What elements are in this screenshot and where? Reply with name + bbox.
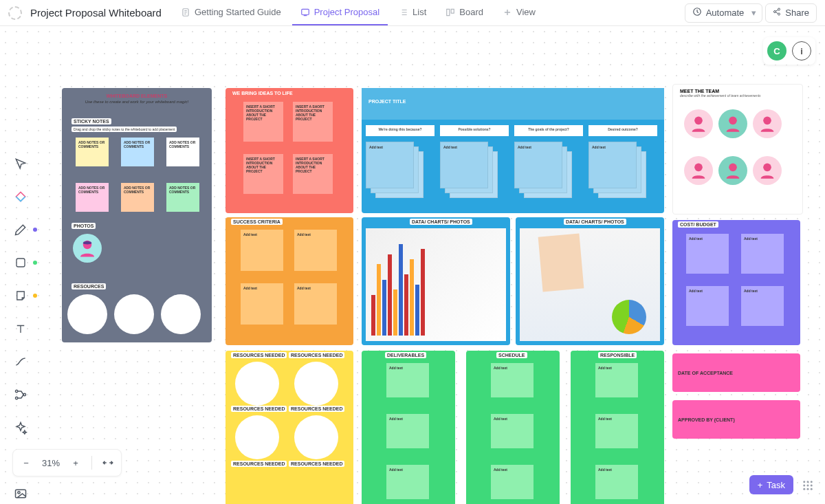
cost-note[interactable]: Add text	[686, 286, 729, 326]
zoom-in-button[interactable]: +	[69, 457, 82, 469]
cost-note[interactable]: Add text	[686, 234, 729, 274]
plus-icon: +	[758, 480, 763, 490]
share-label: Share	[785, 8, 809, 18]
del-note[interactable]: Add text	[386, 465, 429, 499]
user-avatar[interactable]: C	[767, 41, 786, 61]
svg-point-29	[729, 164, 737, 172]
team-avatar[interactable]	[684, 156, 713, 185]
data-panel-1[interactable]: DATA/ CHARTS/ PHOTOS	[362, 217, 510, 345]
sch-note[interactable]: Add text	[491, 414, 534, 448]
avatar-placeholder[interactable]	[73, 234, 102, 263]
chart-image[interactable]	[366, 228, 506, 341]
responsible-panel[interactable]: RESPONSIBLE Add text Add text Add text	[571, 351, 664, 504]
svg-rect-2	[447, 9, 450, 15]
image-tool[interactable]	[11, 484, 30, 503]
share-button[interactable]: Share	[765, 3, 817, 23]
ideas-note[interactable]: INSERT A SHORT INTRODUCTION ABOUT THE PR…	[293, 154, 333, 194]
svg-point-25	[694, 117, 703, 125]
svg-rect-8	[16, 259, 25, 267]
cost-panel[interactable]: COST/ BUDGET Add text Add text Add text …	[672, 220, 800, 345]
sticky-note[interactable]: ADD NOTES OR COMMENTS	[76, 138, 109, 166]
sticky-note[interactable]: ADD NOTES OR COMMENTS	[121, 138, 154, 166]
text-tool[interactable]	[11, 319, 30, 338]
info-icon[interactable]: i	[792, 41, 811, 61]
sticky-tool[interactable]	[11, 187, 30, 206]
team-panel[interactable]: MEET THE TEAM describe with the achievem…	[672, 84, 803, 215]
tab-project-proposal[interactable]: Project Proposal	[292, 1, 388, 25]
schedule-panel[interactable]: SCHEDULE Add text Add text Add text	[466, 351, 560, 504]
project-icon	[8, 6, 22, 20]
acceptance-panel[interactable]: DATE OF ACCEPTANCE	[672, 353, 800, 392]
ideas-note[interactable]: INSERT A SHORT INTRODUCTION ABOUT THE PR…	[293, 102, 333, 142]
pen-tool[interactable]	[11, 220, 30, 239]
share-icon	[773, 8, 781, 18]
resource-circle[interactable]	[67, 294, 107, 334]
team-avatar[interactable]	[753, 156, 782, 185]
ai-tool[interactable]	[11, 418, 30, 437]
automate-button[interactable]: Automate ▾	[685, 3, 763, 23]
data-panel-2[interactable]: DATA/ CHARTS/ PHOTOS	[516, 217, 664, 345]
resource-circle[interactable]	[294, 415, 338, 459]
team-avatar[interactable]	[718, 109, 747, 138]
chevron-down-icon: ▾	[748, 8, 759, 19]
success-note[interactable]: Add text	[294, 283, 337, 325]
resp-note[interactable]: Add text	[595, 465, 638, 499]
flow-tool[interactable]	[11, 385, 30, 404]
resource-circle[interactable]	[235, 415, 279, 459]
select-tool[interactable]	[11, 154, 30, 173]
cost-note[interactable]: Add text	[741, 286, 784, 326]
ideas-note[interactable]: INSERT A SHORT INTRODUCTION ABOUT THE PR…	[243, 154, 283, 194]
success-note[interactable]: Add text	[241, 283, 283, 325]
sticky-note[interactable]: ADD NOTES OR COMMENTS	[166, 183, 199, 212]
svg-point-26	[729, 117, 737, 125]
tab-board[interactable]: Board	[437, 1, 492, 25]
tab-getting-started[interactable]: Getting Started Guide	[173, 1, 289, 25]
resource-circle[interactable]	[294, 362, 338, 406]
success-note[interactable]: Add text	[241, 230, 283, 271]
task-button[interactable]: + Task	[749, 475, 793, 494]
team-avatar[interactable]	[684, 109, 713, 138]
elements-panel[interactable]: WHITEBOARD ELEMENTS Use these to create …	[62, 88, 212, 342]
shape-tool[interactable]	[11, 253, 30, 272]
del-note[interactable]: Add text	[386, 363, 429, 397]
svg-point-22	[807, 488, 809, 490]
sticky-note[interactable]: ADD NOTES OR COMMENTS	[121, 183, 154, 212]
ideas-panel[interactable]: WE BRING IDEAS TO LIFE INSERT A SHORT IN…	[226, 88, 353, 213]
deliverables-panel[interactable]: DELIVERABLES Add text Add text Add text	[362, 351, 455, 504]
zoom-control: − 31% +	[12, 449, 122, 476]
whiteboard-canvas[interactable]: C i − 31% + + Task	[0, 26, 825, 504]
svg-point-27	[763, 117, 771, 125]
q2: Possible solutions?	[440, 125, 509, 136]
resp-note[interactable]: Add text	[595, 414, 638, 448]
team-avatar[interactable]	[718, 156, 747, 185]
zoom-out-button[interactable]: −	[20, 457, 32, 469]
cost-note[interactable]: Add text	[741, 234, 784, 274]
sch-note[interactable]: Add text	[491, 465, 534, 499]
ideas-note[interactable]: INSERT A SHORT INTRODUCTION ABOUT THE PR…	[243, 102, 283, 142]
chart-image[interactable]	[520, 228, 660, 341]
resource-circle[interactable]	[161, 294, 201, 334]
tab-add-view[interactable]: View	[494, 1, 544, 25]
connector-tool[interactable]	[11, 352, 30, 371]
approved-panel[interactable]: APPROVED BY (CLIENT)	[672, 400, 800, 439]
project-title-bar: PROJECT TITLE	[362, 88, 664, 120]
apps-button[interactable]	[799, 476, 817, 494]
note-tool[interactable]	[11, 286, 30, 305]
resources-panel[interactable]: RESOURCES NEEDED RESOURCES NEEDED RESOUR…	[226, 351, 353, 504]
project-panel[interactable]: PROJECT TITLE We're doing this because? …	[362, 88, 664, 213]
resource-circle[interactable]	[114, 294, 154, 334]
tab-list[interactable]: List	[390, 1, 434, 25]
res-label: RESOURCES NEEDED	[289, 352, 344, 358]
del-note[interactable]: Add text	[386, 414, 429, 448]
success-panel[interactable]: SUCCESS CRITERIA Add text Add text Add t…	[226, 217, 353, 345]
sticky-note[interactable]: ADD NOTES OR COMMENTS	[76, 183, 109, 212]
tab-label: List	[412, 7, 426, 17]
fit-width-button[interactable]	[102, 457, 114, 469]
resource-circle[interactable]	[235, 362, 279, 406]
success-note[interactable]: Add text	[294, 230, 337, 271]
resp-note[interactable]: Add text	[595, 363, 638, 397]
data-title: DATA/ CHARTS/ PHOTOS	[410, 219, 472, 225]
sticky-note[interactable]: ADD NOTES OR COMMENTS	[166, 138, 199, 166]
sch-note[interactable]: Add text	[491, 363, 534, 397]
team-avatar[interactable]	[753, 109, 782, 138]
